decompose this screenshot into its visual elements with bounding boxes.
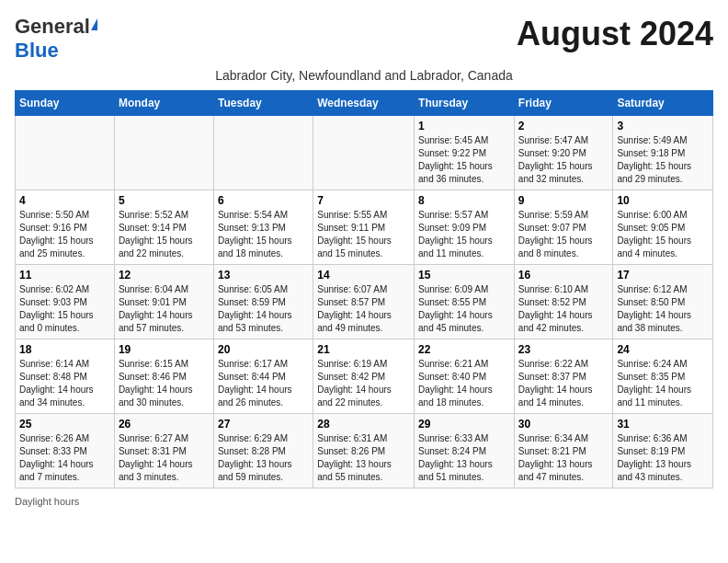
day-number: 21 (317, 343, 410, 356)
day-info: Sunrise: 5:47 AM Sunset: 9:20 PM Dayligh… (518, 134, 609, 186)
calendar-cell-5-3: 27Sunrise: 6:29 AM Sunset: 8:28 PM Dayli… (213, 414, 313, 488)
day-number: 13 (218, 269, 309, 282)
day-number: 14 (317, 269, 410, 282)
day-info: Sunrise: 5:49 AM Sunset: 9:18 PM Dayligh… (617, 134, 709, 186)
calendar-cell-2-6: 9Sunrise: 5:59 AM Sunset: 9:07 PM Daylig… (514, 190, 613, 265)
calendar-cell-5-2: 26Sunrise: 6:27 AM Sunset: 8:31 PM Dayli… (114, 414, 213, 488)
col-saturday: Saturday (613, 91, 713, 116)
day-number: 18 (19, 343, 110, 356)
day-info: Sunrise: 6:27 AM Sunset: 8:31 PM Dayligh… (119, 432, 210, 484)
day-info: Sunrise: 6:24 AM Sunset: 8:35 PM Dayligh… (617, 358, 709, 409)
logo-blue-text: Blue (15, 39, 59, 63)
day-info: Sunrise: 6:09 AM Sunset: 8:55 PM Dayligh… (418, 283, 510, 335)
day-number: 28 (317, 418, 410, 431)
page-container: General Blue August 2024 Labrador City, … (15, 15, 713, 507)
day-number: 10 (617, 194, 709, 207)
calendar-cell-2-3: 6Sunrise: 5:54 AM Sunset: 9:13 PM Daylig… (213, 190, 313, 265)
calendar-cell-4-5: 22Sunrise: 6:21 AM Sunset: 8:40 PM Dayli… (415, 339, 515, 414)
calendar-cell-5-4: 28Sunrise: 6:31 AM Sunset: 8:26 PM Dayli… (313, 414, 415, 488)
calendar-subtitle: Labrador City, Newfoundland and Labrador… (15, 68, 713, 83)
day-info: Sunrise: 6:02 AM Sunset: 9:03 PM Dayligh… (19, 283, 110, 335)
day-info: Sunrise: 6:15 AM Sunset: 8:46 PM Dayligh… (119, 358, 210, 409)
calendar-cell-4-1: 18Sunrise: 6:14 AM Sunset: 8:48 PM Dayli… (16, 339, 115, 414)
calendar-cell-1-3 (213, 116, 313, 190)
calendar-cell-2-4: 7Sunrise: 5:55 AM Sunset: 9:11 PM Daylig… (313, 190, 415, 265)
col-friday: Friday (514, 91, 613, 116)
day-info: Sunrise: 6:21 AM Sunset: 8:40 PM Dayligh… (418, 358, 510, 409)
calendar-week-2: 4Sunrise: 5:50 AM Sunset: 9:16 PM Daylig… (16, 190, 713, 265)
calendar-cell-3-2: 12Sunrise: 6:04 AM Sunset: 9:01 PM Dayli… (114, 265, 213, 339)
col-tuesday: Tuesday (213, 91, 313, 116)
day-info: Sunrise: 6:00 AM Sunset: 9:05 PM Dayligh… (617, 209, 709, 260)
footer-note: Daylight hours (15, 496, 713, 507)
header: General Blue August 2024 (15, 15, 713, 63)
day-number: 3 (617, 120, 709, 132)
calendar-cell-2-5: 8Sunrise: 5:57 AM Sunset: 9:09 PM Daylig… (415, 190, 515, 265)
calendar-cell-5-7: 31Sunrise: 6:36 AM Sunset: 8:19 PM Dayli… (613, 414, 713, 488)
calendar-week-4: 18Sunrise: 6:14 AM Sunset: 8:48 PM Dayli… (16, 339, 713, 414)
calendar-cell-3-3: 13Sunrise: 6:05 AM Sunset: 8:59 PM Dayli… (213, 265, 313, 339)
day-number: 15 (418, 269, 510, 282)
day-number: 9 (518, 194, 609, 207)
calendar-cell-1-6: 2Sunrise: 5:47 AM Sunset: 9:20 PM Daylig… (514, 116, 613, 190)
calendar-cell-3-7: 17Sunrise: 6:12 AM Sunset: 8:50 PM Dayli… (613, 265, 713, 339)
day-number: 25 (19, 418, 110, 431)
day-info: Sunrise: 6:04 AM Sunset: 9:01 PM Dayligh… (119, 283, 210, 335)
day-number: 26 (119, 418, 210, 431)
calendar-cell-4-6: 23Sunrise: 6:22 AM Sunset: 8:37 PM Dayli… (514, 339, 613, 414)
day-info: Sunrise: 6:12 AM Sunset: 8:50 PM Dayligh… (617, 283, 709, 335)
day-info: Sunrise: 6:22 AM Sunset: 8:37 PM Dayligh… (518, 358, 609, 409)
day-number: 2 (518, 120, 609, 132)
day-number: 24 (617, 343, 709, 356)
calendar-cell-4-7: 24Sunrise: 6:24 AM Sunset: 8:35 PM Dayli… (613, 339, 713, 414)
calendar-cell-5-5: 29Sunrise: 6:33 AM Sunset: 8:24 PM Dayli… (415, 414, 515, 488)
day-info: Sunrise: 6:19 AM Sunset: 8:42 PM Dayligh… (317, 358, 410, 409)
calendar-week-5: 25Sunrise: 6:26 AM Sunset: 8:33 PM Dayli… (16, 414, 713, 488)
day-info: Sunrise: 6:10 AM Sunset: 8:52 PM Dayligh… (518, 283, 609, 335)
calendar-cell-3-4: 14Sunrise: 6:07 AM Sunset: 8:57 PM Dayli… (313, 265, 415, 339)
calendar-cell-4-3: 20Sunrise: 6:17 AM Sunset: 8:44 PM Dayli… (213, 339, 313, 414)
day-number: 19 (119, 343, 210, 356)
col-thursday: Thursday (415, 91, 515, 116)
calendar-cell-1-2 (114, 116, 213, 190)
col-sunday: Sunday (16, 91, 115, 116)
calendar-cell-5-6: 30Sunrise: 6:34 AM Sunset: 8:21 PM Dayli… (514, 414, 613, 488)
calendar-header-row: Sunday Monday Tuesday Wednesday Thursday… (16, 91, 713, 116)
day-info: Sunrise: 6:07 AM Sunset: 8:57 PM Dayligh… (317, 283, 410, 335)
day-info: Sunrise: 5:45 AM Sunset: 9:22 PM Dayligh… (418, 134, 510, 186)
calendar-cell-1-5: 1Sunrise: 5:45 AM Sunset: 9:22 PM Daylig… (415, 116, 515, 190)
day-info: Sunrise: 6:05 AM Sunset: 8:59 PM Dayligh… (218, 283, 309, 335)
calendar-cell-2-7: 10Sunrise: 6:00 AM Sunset: 9:05 PM Dayli… (613, 190, 713, 265)
day-number: 17 (617, 269, 709, 282)
col-monday: Monday (114, 91, 213, 116)
day-number: 4 (19, 194, 110, 207)
day-number: 1 (418, 120, 510, 132)
day-number: 22 (418, 343, 510, 356)
col-wednesday: Wednesday (313, 91, 415, 116)
calendar-table: Sunday Monday Tuesday Wednesday Thursday… (15, 90, 713, 488)
calendar-cell-5-1: 25Sunrise: 6:26 AM Sunset: 8:33 PM Dayli… (16, 414, 115, 488)
day-info: Sunrise: 5:54 AM Sunset: 9:13 PM Dayligh… (218, 209, 309, 260)
day-number: 5 (119, 194, 210, 207)
day-number: 20 (218, 343, 309, 356)
day-info: Sunrise: 6:29 AM Sunset: 8:28 PM Dayligh… (218, 432, 309, 484)
day-number: 31 (617, 418, 709, 431)
calendar-week-3: 11Sunrise: 6:02 AM Sunset: 9:03 PM Dayli… (16, 265, 713, 339)
day-number: 7 (317, 194, 410, 207)
calendar-cell-2-2: 5Sunrise: 5:52 AM Sunset: 9:14 PM Daylig… (114, 190, 213, 265)
calendar-week-1: 1Sunrise: 5:45 AM Sunset: 9:22 PM Daylig… (16, 116, 713, 190)
day-info: Sunrise: 5:55 AM Sunset: 9:11 PM Dayligh… (317, 209, 410, 260)
calendar-cell-3-5: 15Sunrise: 6:09 AM Sunset: 8:55 PM Dayli… (415, 265, 515, 339)
calendar-cell-1-7: 3Sunrise: 5:49 AM Sunset: 9:18 PM Daylig… (613, 116, 713, 190)
calendar-cell-1-4 (313, 116, 415, 190)
day-info: Sunrise: 6:17 AM Sunset: 8:44 PM Dayligh… (218, 358, 309, 409)
calendar-cell-4-2: 19Sunrise: 6:15 AM Sunset: 8:46 PM Dayli… (114, 339, 213, 414)
day-info: Sunrise: 5:59 AM Sunset: 9:07 PM Dayligh… (518, 209, 609, 260)
day-number: 8 (418, 194, 510, 207)
calendar-cell-4-4: 21Sunrise: 6:19 AM Sunset: 8:42 PM Dayli… (313, 339, 415, 414)
day-info: Sunrise: 6:31 AM Sunset: 8:26 PM Dayligh… (317, 432, 410, 484)
day-number: 29 (418, 418, 510, 431)
day-number: 30 (518, 418, 609, 431)
day-number: 16 (518, 269, 609, 282)
footer-note-text: Daylight hours (15, 496, 79, 507)
